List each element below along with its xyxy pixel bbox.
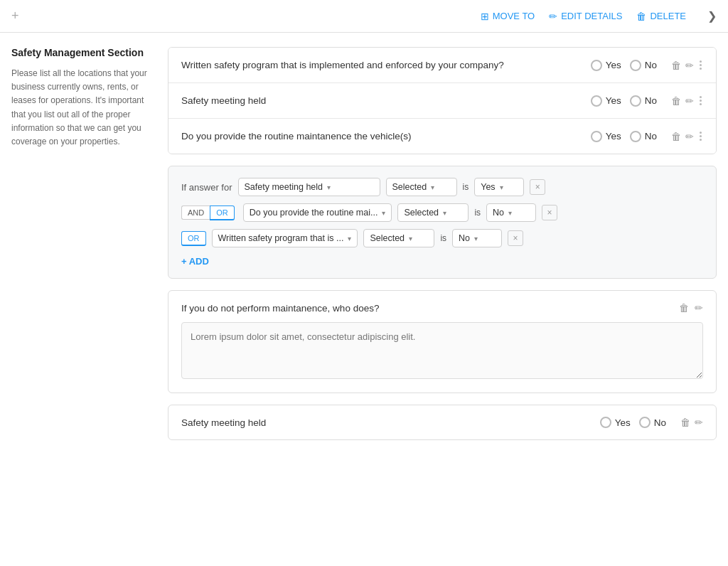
trash-icon[interactable]: 🗑 xyxy=(671,131,681,142)
radio-yes-circle xyxy=(591,60,602,71)
no-option[interactable]: No xyxy=(630,60,657,71)
move-to-icon: ⊞ xyxy=(481,11,489,22)
or-button[interactable]: OR xyxy=(210,205,235,220)
yes-option[interactable]: Yes xyxy=(600,417,631,428)
answer-icons: 🗑 ✏ xyxy=(679,302,703,314)
radio-yes-circle xyxy=(591,95,602,107)
question-select-2[interactable]: Do you provide the routine mai... ▾ xyxy=(243,203,392,222)
pencil-icon[interactable]: ✏ xyxy=(685,95,694,107)
question-controls: Yes No 🗑 ✏ xyxy=(591,95,703,107)
is-label: is xyxy=(463,182,469,192)
question-text: Written safety program that is implement… xyxy=(181,60,591,70)
radio-yes-circle xyxy=(591,131,602,142)
pencil-icon[interactable]: ✏ xyxy=(695,302,703,314)
answer-header: If you do not perform maintanence, who d… xyxy=(181,302,703,314)
question-controls: Yes No 🗑 ✏ xyxy=(591,130,703,142)
chevron-down-icon: ▾ xyxy=(500,183,503,191)
and-button[interactable]: AND xyxy=(181,205,210,220)
question-row: Safety meeting held Yes No 🗑 ✏ xyxy=(168,83,716,119)
question-select-3[interactable]: Written safety program that is ... ▾ xyxy=(212,229,358,247)
yes-option[interactable]: Yes xyxy=(591,131,621,142)
question-actions: 🗑 ✏ xyxy=(671,59,703,71)
add-icon[interactable]: + xyxy=(11,9,19,23)
sidebar-description: Please list all the locations that your … xyxy=(11,67,154,149)
more-icon[interactable] xyxy=(698,59,703,71)
top-bar: + ⊞ MOVE TO ✏ EDIT DETAILS 🗑 DELETE ❯ xyxy=(0,0,728,33)
question-actions: 🗑 ✏ xyxy=(671,95,703,107)
question-text: Safety meeting held xyxy=(181,95,591,106)
answer-textarea[interactable] xyxy=(181,322,703,379)
bottom-question-controls: Yes No 🗑 ✏ xyxy=(600,417,703,428)
answer-card: If you do not perform maintanence, who d… xyxy=(168,290,717,393)
delete-button[interactable]: 🗑 DELETE xyxy=(636,11,686,22)
chevron-down-icon: ▾ xyxy=(327,183,331,191)
trash-icon[interactable]: 🗑 xyxy=(671,60,681,71)
value-select-2[interactable]: No ▾ xyxy=(486,203,536,222)
remove-condition-2-button[interactable]: × xyxy=(542,205,557,220)
questions-card: Written safety program that is implement… xyxy=(168,47,717,154)
chevron-down-icon: ▾ xyxy=(508,209,512,217)
delete-icon: 🗑 xyxy=(636,11,646,22)
selected-select-3[interactable]: Selected ▾ xyxy=(363,229,434,247)
chevron-down-icon: ▾ xyxy=(474,235,478,242)
add-condition-button[interactable]: + ADD xyxy=(181,256,209,267)
remove-condition-1-button[interactable]: × xyxy=(530,179,545,195)
trash-icon[interactable]: 🗑 xyxy=(680,417,690,428)
yes-option[interactable]: Yes xyxy=(591,95,621,107)
pencil-icon[interactable]: ✏ xyxy=(695,417,703,428)
trash-icon[interactable]: 🗑 xyxy=(671,95,681,107)
condition-row-1: If answer for Safety meeting held ▾ Sele… xyxy=(181,178,703,196)
is-label: is xyxy=(474,208,481,218)
trash-icon[interactable]: 🗑 xyxy=(679,302,689,314)
edit-icon: ✏ xyxy=(549,11,557,22)
pencil-icon[interactable]: ✏ xyxy=(685,60,694,71)
bottom-question-text: Safety meeting held xyxy=(181,417,600,428)
no-option[interactable]: No xyxy=(630,131,657,142)
question-actions: 🗑 ✏ xyxy=(671,130,703,142)
question-select-1[interactable]: Safety meeting held ▾ xyxy=(238,178,380,196)
sidebar: Safety Management Section Please list al… xyxy=(11,47,154,440)
answer-title: If you do not perform maintanence, who d… xyxy=(181,303,379,314)
question-controls: Yes No 🗑 ✏ xyxy=(591,59,703,71)
if-answer-for-label: If answer for xyxy=(181,182,232,193)
question-actions: 🗑 ✏ xyxy=(680,417,703,428)
remove-condition-3-button[interactable]: × xyxy=(508,230,523,246)
is-label: is xyxy=(440,233,446,243)
chevron-down-icon: ▾ xyxy=(382,209,385,217)
pencil-icon[interactable]: ✏ xyxy=(685,131,694,142)
edit-details-button[interactable]: ✏ EDIT DETAILS xyxy=(549,11,622,22)
main-layout: Safety Management Section Please list al… xyxy=(0,33,728,454)
no-option[interactable]: No xyxy=(639,417,666,428)
radio-no-circle xyxy=(630,131,641,142)
condition-card: If answer for Safety meeting held ▾ Sele… xyxy=(168,166,717,279)
radio-no-circle xyxy=(630,60,641,71)
value-select-1[interactable]: Yes ▾ xyxy=(474,178,524,196)
more-icon[interactable] xyxy=(698,95,703,107)
bottom-question-row: Safety meeting held Yes No 🗑 ✏ xyxy=(168,405,716,439)
content-area: Written safety program that is implement… xyxy=(168,47,717,440)
radio-no-circle xyxy=(630,95,641,107)
radio-yes-circle xyxy=(600,417,611,428)
condition-row-2: AND OR Do you provide the routine mai...… xyxy=(181,203,703,222)
selected-select-1[interactable]: Selected ▾ xyxy=(386,178,457,196)
no-option[interactable]: No xyxy=(630,95,657,107)
move-to-button[interactable]: ⊞ MOVE TO xyxy=(481,11,535,22)
bottom-question-card: Safety meeting held Yes No 🗑 ✏ xyxy=(168,405,717,440)
more-icon[interactable] xyxy=(698,130,703,142)
chevron-down-icon[interactable]: ❯ xyxy=(707,9,717,23)
condition-row-3: OR Written safety program that is ... ▾ … xyxy=(181,229,703,247)
radio-no-circle xyxy=(639,417,651,428)
selected-select-2[interactable]: Selected ▾ xyxy=(397,203,469,222)
chevron-down-icon: ▾ xyxy=(409,235,412,242)
sidebar-title: Safety Management Section xyxy=(11,47,154,58)
yes-option[interactable]: Yes xyxy=(591,60,621,71)
chevron-down-icon: ▾ xyxy=(348,235,351,242)
top-bar-actions: ⊞ MOVE TO ✏ EDIT DETAILS 🗑 DELETE ❯ xyxy=(481,9,717,23)
chevron-down-icon: ▾ xyxy=(431,183,434,191)
question-row: Do you provide the routine maintanence t… xyxy=(168,119,716,154)
chevron-down-icon: ▾ xyxy=(443,209,446,217)
question-row: Written safety program that is implement… xyxy=(168,48,716,83)
question-text: Do you provide the routine maintanence t… xyxy=(181,131,591,142)
value-select-3[interactable]: No ▾ xyxy=(452,229,502,247)
or-only-button[interactable]: OR xyxy=(181,231,206,246)
